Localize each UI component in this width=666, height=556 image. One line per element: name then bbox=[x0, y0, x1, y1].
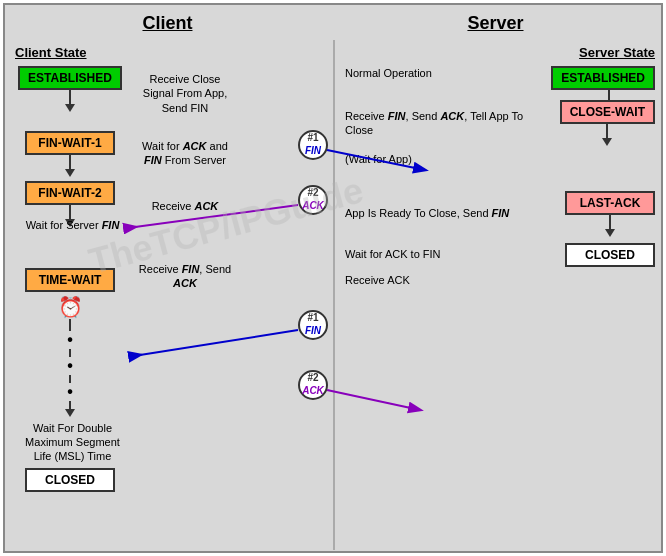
server-desc-4: App Is Ready To Close, Send FIN bbox=[345, 206, 525, 220]
clock-icon: ⏰ bbox=[58, 295, 83, 319]
dashed2 bbox=[69, 349, 71, 357]
divider bbox=[333, 40, 335, 550]
svg-text:ACK: ACK bbox=[301, 385, 324, 396]
server-state-label: Server State bbox=[345, 45, 655, 60]
svg-text:#2: #2 bbox=[307, 372, 319, 383]
dashed4 bbox=[69, 401, 71, 409]
server-established: ESTABLISHED bbox=[551, 66, 655, 90]
client-desc-1: Receive Close Signal From App, Send FIN bbox=[135, 72, 235, 115]
arrow2 bbox=[65, 155, 75, 177]
client-established: ESTABLISHED bbox=[18, 66, 122, 90]
server-title: Server bbox=[467, 13, 523, 34]
dashed1 bbox=[69, 319, 71, 331]
svg-text:FIN: FIN bbox=[305, 145, 322, 156]
svg-point-8 bbox=[299, 311, 327, 339]
server-last-ack: LAST-ACK bbox=[565, 191, 655, 215]
svg-text:#1: #1 bbox=[307, 312, 319, 323]
svg-text:#2: #2 bbox=[307, 187, 319, 198]
client-desc-2: Wait for ACK and FIN From Server bbox=[135, 139, 235, 168]
client-desc-3: Receive ACK bbox=[135, 199, 235, 213]
client-desc-5: Receive FIN, Send ACK bbox=[135, 262, 235, 291]
server-desc-2: Receive FIN, Send ACK, Tell App To Close bbox=[345, 109, 525, 138]
server-closed: CLOSED bbox=[565, 243, 655, 267]
svg-text:ACK: ACK bbox=[301, 200, 324, 211]
server-arrow2 bbox=[602, 124, 612, 146]
dashed3 bbox=[69, 375, 71, 383]
arrow-dashed bbox=[65, 409, 75, 417]
server-close-wait: CLOSE-WAIT bbox=[560, 100, 655, 124]
client-desc-6: Wait For Double Maximum Segment Life (MS… bbox=[15, 421, 130, 464]
svg-line-15 bbox=[327, 390, 420, 410]
diagram-container: TheTCP/IPGuide Client Server Client Stat… bbox=[3, 3, 663, 553]
svg-point-0 bbox=[299, 131, 327, 159]
arrow1 bbox=[65, 90, 75, 112]
client-column: Client State ESTABLISHED Receive Close S… bbox=[15, 45, 235, 492]
server-desc-1: Normal Operation bbox=[345, 66, 545, 80]
client-fin-wait-1: FIN-WAIT-1 bbox=[25, 131, 115, 155]
client-state-label: Client State bbox=[15, 45, 235, 60]
client-time-wait: TIME-WAIT bbox=[25, 268, 115, 292]
server-desc-6: Receive ACK bbox=[345, 273, 545, 287]
server-column: Server State ESTABLISHED Normal Operatio… bbox=[345, 45, 655, 287]
server-desc-5: Wait for ACK to FIN bbox=[345, 247, 525, 261]
title-row: Client Server bbox=[5, 5, 661, 38]
client-desc-4: Wait for Server FIN bbox=[15, 218, 130, 232]
client-title: Client bbox=[142, 13, 192, 34]
svg-point-12 bbox=[299, 371, 327, 399]
server-arrow3 bbox=[605, 215, 615, 237]
client-fin-wait-2: FIN-WAIT-2 bbox=[25, 181, 115, 205]
svg-text:#1: #1 bbox=[307, 132, 319, 143]
server-desc-3: (Wait for App) bbox=[345, 152, 545, 166]
client-closed: CLOSED bbox=[25, 468, 115, 492]
svg-text:FIN: FIN bbox=[305, 325, 322, 336]
svg-point-4 bbox=[299, 186, 327, 214]
